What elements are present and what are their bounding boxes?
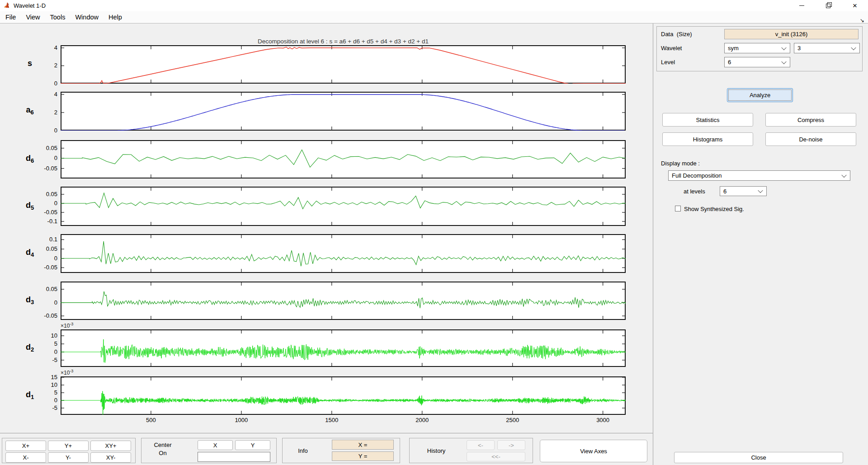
toolbar-divider	[0, 433, 653, 433]
y-tick-label: -5	[33, 404, 57, 412]
level-dropdown[interactable]: 6	[724, 57, 790, 67]
wavelet-label: Wavelet	[661, 45, 682, 52]
y-tick-label: 0.05	[33, 191, 57, 198]
subplot-a6[interactable]	[61, 92, 626, 131]
signal-label-text: a	[26, 105, 30, 114]
y-tick-label: 10	[33, 332, 57, 339]
history-next-button[interactable]: ->	[497, 440, 525, 450]
chevron-down-icon	[758, 188, 763, 193]
x-tick-label: 2000	[409, 417, 436, 424]
zoom-y-minus-button[interactable]: Y-	[48, 452, 89, 463]
y-tick-label: -5	[33, 357, 57, 364]
y-tick-label: 0.05	[33, 145, 57, 152]
x-tick-label: 1000	[228, 417, 255, 424]
center-label-line1: Center	[144, 442, 182, 448]
y-tick-label: -0.05	[33, 165, 57, 172]
data-size-value: v_init (3126)	[724, 29, 859, 39]
x-tick-label: 1500	[318, 417, 345, 424]
x-tick-label: 3000	[590, 417, 617, 424]
y-tick-label: 0	[33, 80, 57, 87]
center-x-button[interactable]: X	[198, 440, 233, 450]
y-tick-label: 5	[33, 340, 57, 348]
y-tick-label: 5	[33, 389, 57, 396]
chevron-down-icon	[781, 59, 786, 64]
y-tick-label: 0	[33, 127, 57, 134]
panel-divider	[653, 23, 653, 465]
signal-label-text: d	[26, 248, 31, 257]
history-prev-button[interactable]: <-	[467, 440, 495, 450]
plot-title: Decomposition at level 6 : s = a6 + d6 +…	[61, 38, 626, 45]
zoom-x-plus-button[interactable]: X+	[5, 441, 46, 451]
show-synthesized-checkbox[interactable]	[675, 206, 681, 211]
display-mode-label: Display mode :	[661, 160, 700, 167]
subplot-s[interactable]	[61, 45, 626, 84]
zoom-y-plus-button[interactable]: Y+	[48, 441, 89, 451]
show-synthesized-label: Show Synthesized Sig.	[684, 206, 744, 212]
zoom-xy-minus-button[interactable]: XY-	[90, 452, 131, 463]
wavelet-family-value: sym	[728, 45, 739, 52]
chevron-down-icon	[841, 172, 846, 177]
histograms-button[interactable]: Histograms	[662, 132, 753, 146]
y-tick-label: 0.05	[33, 245, 57, 253]
history-label: History	[416, 447, 457, 454]
display-mode-value: Full Decomposition	[672, 172, 722, 179]
subplot-d5[interactable]	[61, 187, 626, 226]
signal-label-text: d	[26, 343, 31, 352]
wavelet-number-value: 3	[797, 45, 801, 52]
y-tick-label: 0	[33, 348, 57, 356]
y-tick-label: 2	[33, 109, 57, 116]
y-tick-label: 15	[33, 374, 57, 381]
view-axes-button[interactable]: View Axes	[540, 440, 647, 462]
x-tick-label: 500	[137, 417, 165, 424]
subplot-d1[interactable]	[61, 376, 626, 415]
signal-label-text: s	[28, 59, 32, 68]
analyze-button[interactable]: Analyze	[727, 88, 793, 102]
y-tick-label: -0.1	[33, 218, 57, 225]
y-tick-label: 0.1	[33, 236, 57, 243]
compress-button[interactable]: Compress	[765, 113, 856, 127]
subplot-d6[interactable]	[61, 140, 626, 178]
zoom-x-minus-button[interactable]: X-	[5, 452, 46, 463]
center-value-input[interactable]	[198, 452, 270, 462]
at-levels-dropdown[interactable]: 6	[720, 186, 767, 196]
center-y-button[interactable]: Y	[235, 440, 270, 450]
info-label: Info	[289, 447, 316, 454]
y-tick-label: 4	[33, 44, 57, 52]
y-tick-label: 10	[33, 381, 57, 389]
history-first-button[interactable]: <<-	[467, 452, 525, 461]
y-tick-label: 4	[33, 91, 57, 98]
signal-label-text: d	[26, 390, 31, 399]
statistics-button[interactable]: Statistics	[662, 113, 753, 127]
wavelet-family-dropdown[interactable]: sym	[724, 43, 790, 53]
subplot-d3[interactable]	[61, 282, 626, 320]
subplot-d4[interactable]	[61, 234, 626, 273]
info-y-field: Y =	[332, 451, 394, 461]
signal-label-text: d	[26, 154, 31, 163]
at-levels-label: at levels	[684, 188, 705, 195]
axis-multiplier-label: ×10-3	[61, 369, 73, 376]
chevron-down-icon	[851, 45, 856, 50]
axis-multiplier-label: ×10-3	[61, 322, 73, 329]
close-button[interactable]: Close	[674, 452, 843, 463]
data-size-label: Data (Size)	[661, 31, 692, 38]
display-mode-dropdown[interactable]: Full Decomposition	[668, 170, 850, 181]
y-tick-label: 2	[33, 62, 57, 69]
subplot-d2[interactable]	[61, 329, 626, 367]
info-x-field: X =	[332, 440, 394, 450]
chevron-down-icon	[781, 45, 786, 50]
y-tick-label: 0	[33, 255, 57, 262]
x-tick-label: 2500	[499, 417, 526, 424]
y-tick-label: 0	[33, 155, 57, 162]
y-tick-label: 0	[33, 200, 57, 207]
level-label: Level	[661, 59, 675, 66]
y-tick-label: 0	[33, 397, 57, 404]
y-tick-label: 0	[33, 299, 57, 306]
wavelet-number-dropdown[interactable]: 3	[794, 43, 860, 53]
y-tick-label: -0.05	[33, 312, 57, 319]
y-tick-label: 0.05	[33, 286, 57, 293]
zoom-xy-plus-button[interactable]: XY+	[90, 441, 131, 451]
y-tick-label: -0.05	[33, 209, 57, 216]
signal-label-text: d	[26, 201, 31, 210]
denoise-button[interactable]: De-noise	[765, 132, 856, 146]
center-label-line2: On	[144, 450, 182, 456]
